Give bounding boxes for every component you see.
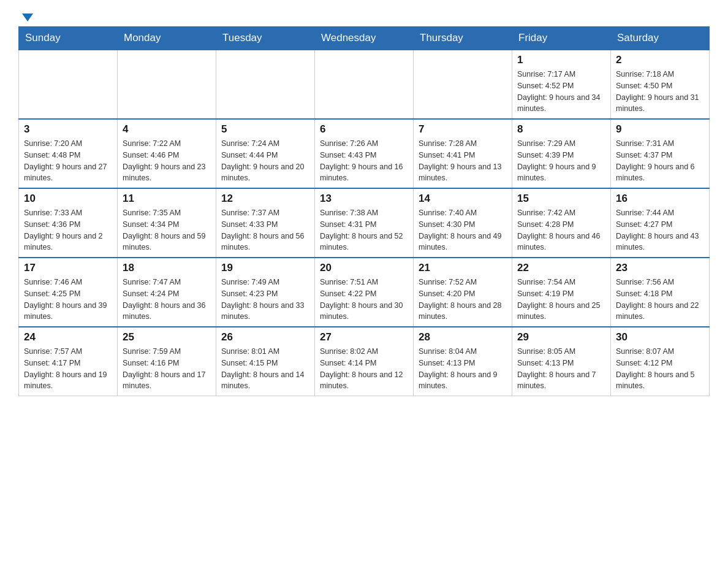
calendar-cell: 27Sunrise: 8:02 AMSunset: 4:14 PMDayligh…	[315, 327, 414, 396]
calendar-cell: 30Sunrise: 8:07 AMSunset: 4:12 PMDayligh…	[611, 327, 710, 396]
calendar-cell: 19Sunrise: 7:49 AMSunset: 4:23 PMDayligh…	[216, 258, 315, 327]
day-number: 16	[616, 193, 704, 205]
calendar-cell: 9Sunrise: 7:31 AMSunset: 4:37 PMDaylight…	[611, 119, 710, 188]
day-info: Sunrise: 7:31 AMSunset: 4:37 PMDaylight:…	[616, 138, 704, 184]
calendar-week-row: 17Sunrise: 7:46 AMSunset: 4:25 PMDayligh…	[19, 258, 710, 327]
day-number: 13	[320, 193, 408, 205]
day-header-wednesday: Wednesday	[315, 27, 414, 50]
day-info: Sunrise: 8:07 AMSunset: 4:12 PMDaylight:…	[616, 346, 704, 392]
calendar-cell: 10Sunrise: 7:33 AMSunset: 4:36 PMDayligh…	[19, 188, 118, 258]
day-info: Sunrise: 7:26 AMSunset: 4:43 PMDaylight:…	[320, 138, 408, 184]
day-number: 6	[320, 123, 408, 136]
day-number: 4	[123, 123, 211, 136]
day-info: Sunrise: 7:29 AMSunset: 4:39 PMDaylight:…	[517, 138, 605, 184]
day-info: Sunrise: 8:04 AMSunset: 4:13 PMDaylight:…	[419, 346, 507, 392]
calendar-cell: 4Sunrise: 7:22 AMSunset: 4:46 PMDaylight…	[118, 119, 216, 188]
day-number: 23	[616, 262, 704, 274]
calendar-cell: 22Sunrise: 7:54 AMSunset: 4:19 PMDayligh…	[512, 258, 611, 327]
calendar-cell	[216, 50, 315, 119]
calendar-cell: 3Sunrise: 7:20 AMSunset: 4:48 PMDaylight…	[19, 119, 118, 188]
calendar-week-row: 1Sunrise: 7:17 AMSunset: 4:52 PMDaylight…	[19, 50, 710, 119]
day-header-sunday: Sunday	[19, 27, 118, 50]
day-info: Sunrise: 7:51 AMSunset: 4:22 PMDaylight:…	[320, 277, 408, 323]
calendar-cell: 6Sunrise: 7:26 AMSunset: 4:43 PMDaylight…	[315, 119, 414, 188]
day-number: 9	[616, 123, 704, 136]
day-info: Sunrise: 7:57 AMSunset: 4:17 PMDaylight:…	[24, 346, 112, 392]
calendar-week-row: 10Sunrise: 7:33 AMSunset: 4:36 PMDayligh…	[19, 188, 710, 258]
day-info: Sunrise: 7:35 AMSunset: 4:34 PMDaylight:…	[123, 207, 211, 253]
day-info: Sunrise: 7:24 AMSunset: 4:44 PMDaylight:…	[221, 138, 309, 184]
calendar-cell: 17Sunrise: 7:46 AMSunset: 4:25 PMDayligh…	[19, 258, 118, 327]
day-number: 24	[24, 331, 112, 343]
day-info: Sunrise: 7:33 AMSunset: 4:36 PMDaylight:…	[24, 207, 112, 253]
day-header-monday: Monday	[118, 27, 216, 50]
day-number: 2	[616, 54, 704, 66]
calendar-cell: 8Sunrise: 7:29 AMSunset: 4:39 PMDaylight…	[512, 119, 611, 188]
day-header-tuesday: Tuesday	[216, 27, 315, 50]
day-number: 1	[517, 54, 605, 66]
day-info: Sunrise: 7:38 AMSunset: 4:31 PMDaylight:…	[320, 207, 408, 253]
day-info: Sunrise: 7:42 AMSunset: 4:28 PMDaylight:…	[517, 207, 605, 253]
day-number: 17	[24, 262, 112, 274]
day-number: 14	[419, 193, 507, 205]
day-number: 22	[517, 262, 605, 274]
calendar-cell: 29Sunrise: 8:05 AMSunset: 4:13 PMDayligh…	[512, 327, 611, 396]
day-info: Sunrise: 7:22 AMSunset: 4:46 PMDaylight:…	[123, 138, 211, 184]
day-header-saturday: Saturday	[611, 27, 710, 50]
day-number: 12	[221, 193, 309, 205]
calendar-cell: 26Sunrise: 8:01 AMSunset: 4:15 PMDayligh…	[216, 327, 315, 396]
day-info: Sunrise: 8:02 AMSunset: 4:14 PMDaylight:…	[320, 346, 408, 392]
day-info: Sunrise: 7:56 AMSunset: 4:18 PMDaylight:…	[616, 277, 704, 323]
day-number: 3	[24, 123, 112, 136]
calendar-header-row: SundayMondayTuesdayWednesdayThursdayFrid…	[19, 27, 710, 50]
day-info: Sunrise: 7:52 AMSunset: 4:20 PMDaylight:…	[419, 277, 507, 323]
day-info: Sunrise: 7:54 AMSunset: 4:19 PMDaylight:…	[517, 277, 605, 323]
day-info: Sunrise: 7:44 AMSunset: 4:27 PMDaylight:…	[616, 207, 704, 253]
calendar-cell: 21Sunrise: 7:52 AMSunset: 4:20 PMDayligh…	[414, 258, 512, 327]
calendar-cell: 28Sunrise: 8:04 AMSunset: 4:13 PMDayligh…	[414, 327, 512, 396]
calendar-cell	[118, 50, 216, 119]
calendar-cell: 13Sunrise: 7:38 AMSunset: 4:31 PMDayligh…	[315, 188, 414, 258]
day-info: Sunrise: 7:40 AMSunset: 4:30 PMDaylight:…	[419, 207, 507, 253]
calendar-cell: 25Sunrise: 7:59 AMSunset: 4:16 PMDayligh…	[118, 327, 216, 396]
day-info: Sunrise: 8:05 AMSunset: 4:13 PMDaylight:…	[517, 346, 605, 392]
day-number: 7	[419, 123, 507, 136]
calendar-cell: 11Sunrise: 7:35 AMSunset: 4:34 PMDayligh…	[118, 188, 216, 258]
day-number: 30	[616, 331, 704, 343]
day-info: Sunrise: 7:59 AMSunset: 4:16 PMDaylight:…	[123, 346, 211, 392]
day-info: Sunrise: 7:47 AMSunset: 4:24 PMDaylight:…	[123, 277, 211, 323]
calendar-cell: 2Sunrise: 7:18 AMSunset: 4:50 PMDaylight…	[611, 50, 710, 119]
calendar-cell: 5Sunrise: 7:24 AMSunset: 4:44 PMDaylight…	[216, 119, 315, 188]
calendar-cell: 20Sunrise: 7:51 AMSunset: 4:22 PMDayligh…	[315, 258, 414, 327]
day-number: 5	[221, 123, 309, 136]
day-number: 26	[221, 331, 309, 343]
day-number: 15	[517, 193, 605, 205]
day-number: 19	[221, 262, 309, 274]
calendar-cell: 12Sunrise: 7:37 AMSunset: 4:33 PMDayligh…	[216, 188, 315, 258]
day-number: 25	[123, 331, 211, 343]
day-info: Sunrise: 8:01 AMSunset: 4:15 PMDaylight:…	[221, 346, 309, 392]
calendar-cell: 15Sunrise: 7:42 AMSunset: 4:28 PMDayligh…	[512, 188, 611, 258]
calendar-cell: 18Sunrise: 7:47 AMSunset: 4:24 PMDayligh…	[118, 258, 216, 327]
day-info: Sunrise: 7:28 AMSunset: 4:41 PMDaylight:…	[419, 138, 507, 184]
day-number: 29	[517, 331, 605, 343]
day-info: Sunrise: 7:37 AMSunset: 4:33 PMDaylight:…	[221, 207, 309, 253]
logo	[18, 12, 33, 20]
day-number: 28	[419, 331, 507, 343]
calendar-cell: 7Sunrise: 7:28 AMSunset: 4:41 PMDaylight…	[414, 119, 512, 188]
day-header-friday: Friday	[512, 27, 611, 50]
calendar-cell: 23Sunrise: 7:56 AMSunset: 4:18 PMDayligh…	[611, 258, 710, 327]
day-number: 20	[320, 262, 408, 274]
page-header	[18, 12, 710, 20]
day-number: 11	[123, 193, 211, 205]
calendar-cell: 14Sunrise: 7:40 AMSunset: 4:30 PMDayligh…	[414, 188, 512, 258]
day-info: Sunrise: 7:18 AMSunset: 4:50 PMDaylight:…	[616, 69, 704, 115]
calendar-table: SundayMondayTuesdayWednesdayThursdayFrid…	[18, 26, 710, 396]
calendar-cell	[315, 50, 414, 119]
day-number: 10	[24, 193, 112, 205]
calendar-week-row: 24Sunrise: 7:57 AMSunset: 4:17 PMDayligh…	[19, 327, 710, 396]
logo-triangle-icon	[22, 13, 33, 21]
calendar-week-row: 3Sunrise: 7:20 AMSunset: 4:48 PMDaylight…	[19, 119, 710, 188]
calendar-cell: 16Sunrise: 7:44 AMSunset: 4:27 PMDayligh…	[611, 188, 710, 258]
day-info: Sunrise: 7:49 AMSunset: 4:23 PMDaylight:…	[221, 277, 309, 323]
